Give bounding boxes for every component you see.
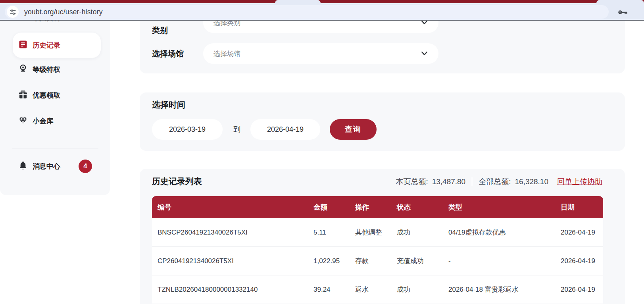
table-row: CP26041921340026T5XI 1,022.95 存款 充值成功 - … — [152, 247, 603, 275]
cell-status: 充值成功 — [397, 256, 448, 266]
totals-divider — [472, 177, 472, 186]
history-title: 历史记录列表 — [152, 176, 202, 187]
cell-op: 返水 — [355, 285, 397, 294]
sidebar-item-promotions[interactable]: 优惠领取 — [0, 87, 110, 103]
cell-amount: 1,022.95 — [313, 257, 355, 265]
medal-icon — [18, 64, 28, 75]
cell-id: BNSCP26041921340026T5XI — [158, 229, 313, 237]
gift-icon — [18, 90, 28, 101]
cell-op: 其他调整 — [355, 228, 397, 237]
cell-date: 2026-04-19 — [561, 229, 603, 237]
col-header-id: 编号 — [158, 202, 313, 212]
col-header-type: 类型 — [448, 202, 561, 212]
venue-placeholder: 选择场馆 — [213, 49, 240, 58]
all-total-label: 全部总额: — [479, 177, 511, 187]
chevron-down-icon — [420, 49, 429, 60]
screen: 类别 选择类别 选择场馆 选择场馆 选择时间 2026-03-19 到 2026… — [0, 0, 644, 304]
table-row: BNSCP26041921340026T5XI 5.11 其他调整 成功 04/… — [152, 218, 603, 247]
category-label: 类别 — [152, 25, 168, 36]
site-info-tune-icon[interactable] — [7, 6, 19, 18]
sidebar-item-label: 等级特权 — [33, 65, 60, 74]
sidebar-item-label: 优惠领取 — [33, 90, 60, 100]
history-table: 编号 金额 操作 状态 类型 日期 BNSCP26041921340026T5X… — [152, 196, 603, 304]
sidebar-item-messages[interactable]: 消息中心 4 — [0, 158, 110, 174]
time-filter-card: 选择时间 2026-03-19 到 2026-04-19 查询 — [140, 92, 625, 151]
cell-date: 2026-04-19 — [561, 257, 603, 265]
cell-id: TZNLB202604180000001332140 — [158, 286, 313, 294]
venue-select[interactable]: 选择场馆 — [203, 43, 438, 64]
cell-date: 2026-04-19 — [561, 286, 603, 294]
url-bar[interactable]: youbt.org/uc/user-history — [5, 5, 609, 19]
browser-tab-hint — [275, 0, 321, 3]
col-header-amount: 金额 — [313, 202, 355, 212]
history-card: 历史记录列表 本页总额: 13,487.80 全部总额: 16,328.10 回… — [140, 169, 625, 304]
browser-tab-hint — [596, 0, 644, 3]
cell-status: 成功 — [397, 228, 448, 237]
sidebar-item-history[interactable]: 历史记录 — [13, 33, 101, 58]
page-total-value: 13,487.80 — [432, 177, 466, 186]
date-to-field[interactable]: 2026-04-19 — [250, 119, 320, 140]
sidebar-divider — [12, 148, 98, 148]
cell-amount: 39.24 — [313, 286, 355, 294]
table-row: TZNLB202604180000001332140 39.24 返水 成功 2… — [152, 275, 603, 304]
sidebar-item-label: 历史记录 — [33, 40, 60, 50]
cell-op: 存款 — [355, 256, 397, 266]
search-button[interactable]: 查询 — [330, 119, 377, 140]
cell-type: - — [448, 257, 561, 265]
browser-toolbar: youbt.org/uc/user-history — [0, 3, 644, 21]
page-total-label: 本页总额: — [396, 177, 428, 187]
browser-top-strip — [0, 0, 644, 3]
sidebar-item-label: 小金库 — [33, 116, 54, 126]
col-header-op: 操作 — [355, 202, 397, 212]
time-filter-title: 选择时间 — [152, 99, 185, 110]
cell-amount: 5.11 — [313, 229, 355, 237]
cell-id: CP26041921340026T5XI — [158, 257, 313, 265]
cell-type: 04/19虚拟存款优惠 — [448, 228, 561, 237]
sidebar-item-level[interactable]: 等级特权 — [0, 62, 110, 77]
receipt-upload-link[interactable]: 回单上传协助 — [557, 177, 602, 187]
sidebar-item-label: 消息中心 — [33, 162, 60, 171]
venue-label: 选择场馆 — [152, 48, 184, 59]
totals-bar: 本页总额: 13,487.80 全部总额: 16,328.10 回单上传协助 — [396, 177, 602, 187]
gem-icon — [18, 115, 28, 127]
history-list-icon — [18, 40, 28, 51]
col-header-status: 状态 — [397, 202, 448, 212]
sidebar: 个人资料 历史记录 等级特权 优惠领取 小金库 — [0, 0, 110, 195]
message-count-badge: 4 — [79, 160, 92, 173]
password-key-icon[interactable] — [617, 7, 628, 19]
url-text: youbt.org/uc/user-history — [24, 8, 103, 16]
table-header-row: 编号 金额 操作 状态 类型 日期 — [152, 196, 603, 218]
bell-icon — [18, 161, 28, 172]
date-separator: 到 — [228, 119, 246, 140]
all-total-value: 16,328.10 — [515, 177, 548, 186]
date-from-field[interactable]: 2026-03-19 — [152, 119, 223, 140]
cell-status: 成功 — [397, 285, 448, 294]
sidebar-item-vault[interactable]: 小金库 — [0, 113, 110, 129]
col-header-date: 日期 — [561, 202, 603, 212]
cell-type: 2026-04-18 富贵彩返水 — [448, 285, 561, 294]
